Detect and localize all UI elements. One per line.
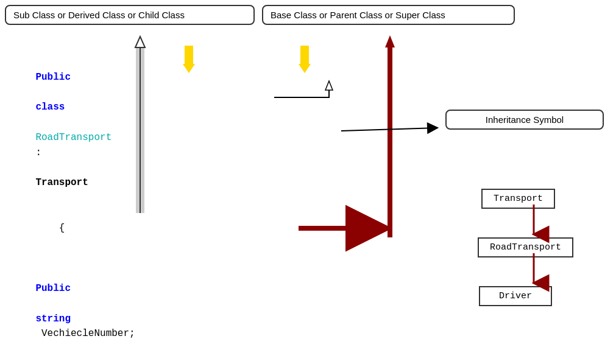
svg-marker-8 (135, 37, 145, 47)
kw-class-1: class (35, 102, 65, 113)
transport-diagram-label: Transport (494, 194, 543, 204)
code-line-2: { (12, 206, 158, 251)
code-line-1: Public class RoadTransport : Transport (12, 55, 158, 206)
svg-marker-12 (183, 64, 195, 73)
roadtransport-diagram-label: RoadTransport (490, 242, 561, 253)
driver-diagram-box: Driver (479, 286, 552, 306)
transport-diagram-box: Transport (481, 189, 555, 209)
subclass-label-text: Sub Class or Derived Class or Child Clas… (13, 10, 185, 20)
parent-transport: Transport (35, 177, 88, 188)
kw-public-1: Public (35, 72, 71, 83)
code-line-3: Public string VechiecleNumber; (12, 251, 158, 357)
baseclass-label-box: Base Class or Parent Class or Super Clas… (262, 5, 515, 25)
svg-marker-15 (325, 81, 333, 90)
subclass-label-box: Sub Class or Derived Class or Child Clas… (5, 5, 255, 25)
svg-marker-14 (299, 64, 311, 73)
inheritance-symbol-box: Inheritance Symbol (445, 110, 604, 130)
classname-roadtransport: RoadTransport (35, 132, 112, 143)
roadtransport-diagram-box: RoadTransport (478, 237, 573, 257)
inheritance-symbol-text: Inheritance Symbol (486, 114, 564, 125)
baseclass-label-text: Base Class or Parent Class or Super Clas… (271, 10, 445, 20)
code-block: Public class RoadTransport : Transport {… (12, 55, 158, 364)
svg-marker-10 (385, 35, 395, 47)
code-line-4: Public string NameOfDriver; (12, 357, 158, 364)
driver-diagram-label: Driver (499, 291, 532, 301)
svg-line-16 (341, 128, 437, 131)
